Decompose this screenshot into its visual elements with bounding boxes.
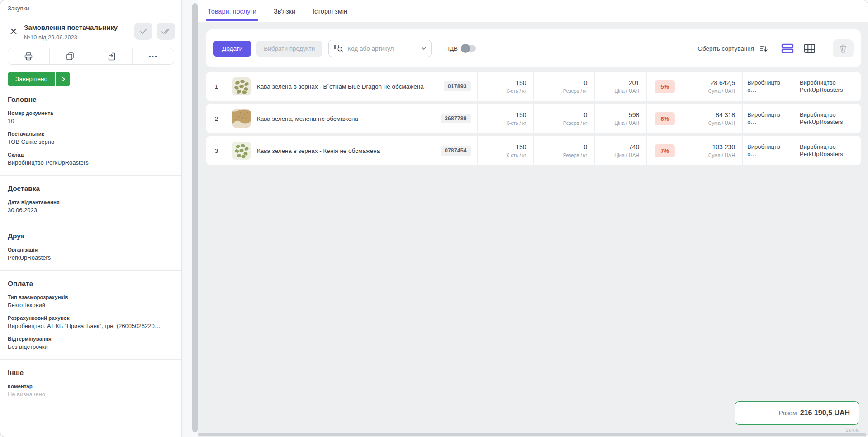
- product-code-badge: 017893: [444, 81, 471, 91]
- vertical-scrollbar[interactable]: [192, 3, 198, 432]
- close-icon: [9, 27, 18, 36]
- total-box: Разом 216 190,5 UAH: [735, 401, 859, 425]
- product-image: [232, 77, 251, 95]
- page-title: Замовлення постачальнику: [24, 24, 130, 31]
- status-badge[interactable]: Завершено: [8, 72, 55, 86]
- section-delivery: Доставка Дата відвантаження 30.06.2023: [0, 175, 181, 214]
- trash-icon: [839, 44, 847, 53]
- table-row[interactable]: 2 Кава зелена, мелена не обсмажена 36877…: [206, 104, 861, 133]
- toggle-knob: [461, 44, 470, 53]
- approve-button[interactable]: [134, 23, 152, 40]
- document-number: №10 від 29.06.2023: [24, 34, 130, 41]
- product-image: [232, 109, 251, 128]
- field: Організація PerkUpRoasters: [8, 247, 174, 261]
- view-switcher: [781, 43, 816, 54]
- row-number: 2: [206, 104, 227, 133]
- export-button[interactable]: [91, 48, 133, 64]
- rows-view-icon[interactable]: [781, 43, 794, 54]
- sum-cell: 28 642,5 Сума / UAH: [683, 72, 742, 101]
- vat-percent-cell: 5%: [646, 72, 683, 101]
- reserve-cell: 0 Резерв / кг: [533, 104, 594, 133]
- select-products-button[interactable]: Вибрати продукти: [256, 41, 322, 57]
- products-table: 1 Кава зелена в зернах - В`єтнам Blue Dr…: [206, 72, 861, 168]
- percent-badge: 5%: [655, 80, 675, 93]
- grid-view-icon[interactable]: [804, 43, 816, 54]
- reserve-cell: 0 Резерв / кг: [533, 72, 594, 101]
- total-label: Разом: [779, 409, 797, 417]
- add-button[interactable]: Додати: [213, 41, 251, 57]
- section-other: Інше Коментар Не визначено: [0, 359, 181, 398]
- tab-relations[interactable]: Зв'язки: [274, 0, 295, 22]
- printer-icon: [24, 52, 33, 62]
- price-cell: 201 Ціна / UAH: [594, 72, 646, 101]
- section-title: Інше: [8, 360, 174, 377]
- copy-icon: [65, 52, 75, 62]
- tabs-bar: Товари, послуги Зв'язки Історія змін: [198, 0, 868, 22]
- close-button[interactable]: [8, 25, 19, 37]
- producer-cell: Виробництв о…: [742, 104, 794, 133]
- document-header: Замовлення постачальнику №10 від 29.06.2…: [0, 16, 181, 45]
- reserve-cell: 0 Резерв / кг: [533, 136, 594, 165]
- comment-placeholder[interactable]: Не визначено: [8, 391, 174, 398]
- qty-cell: 150 К-сть / кг: [477, 72, 534, 101]
- table-row[interactable]: 3 Кава зелена в зернах - Кенія не обсмаж…: [206, 136, 861, 165]
- vat-percent-cell: 6%: [646, 104, 683, 133]
- vat-toggle[interactable]: [462, 45, 476, 52]
- product-code-badge: 0787454: [441, 146, 471, 156]
- product-code-badge: 3687789: [441, 114, 471, 124]
- approve-all-button[interactable]: [157, 23, 175, 40]
- horizontal-scrollbar[interactable]: [198, 433, 866, 436]
- table-row[interactable]: 1 Кава зелена в зернах - В`єтнам Blue Dr…: [206, 72, 861, 101]
- section-print: Друк Організація PerkUpRoasters: [0, 223, 181, 261]
- vat-label: ПДВ: [445, 45, 458, 52]
- price-cell: 598 Ціна / UAH: [594, 104, 646, 133]
- app-version: 1.84.40: [846, 428, 859, 432]
- copy-button[interactable]: [49, 48, 91, 64]
- product-name: Кава зелена в зернах - В`єтнам Blue Drag…: [257, 83, 437, 90]
- producer-cell: Виробництв о…: [742, 72, 794, 101]
- table-toolbar: Додати Вибрати продукти Код або артикул …: [206, 29, 861, 67]
- document-titles: Замовлення постачальнику №10 від 29.06.2…: [24, 23, 130, 41]
- section-title: Доставка: [8, 176, 174, 193]
- tab-history[interactable]: Історія змін: [313, 0, 347, 22]
- code-search-input[interactable]: Код або артикул: [328, 40, 432, 57]
- product-image: [232, 142, 251, 160]
- vat-percent-cell: 7%: [646, 136, 683, 165]
- percent-badge: 6%: [655, 112, 675, 125]
- sort-icon: [759, 44, 768, 53]
- sort-select[interactable]: Оберіть сортування: [697, 44, 768, 53]
- status-row: Завершено: [8, 72, 174, 86]
- product-name: Кава зелена, мелена не обсмажена: [257, 115, 434, 122]
- product-cell: Кава зелена в зернах - Кенія не обсмажен…: [227, 136, 477, 165]
- field: Склад Виробництво PerkUpRoasters: [8, 152, 174, 166]
- sum-cell: 103 230 Сума / UAH: [683, 136, 742, 165]
- divider: [0, 408, 181, 408]
- section-payment: Оплата Тип взаєморозрахунків Безготівков…: [0, 270, 181, 350]
- section-title: Друк: [8, 223, 174, 240]
- product-cell: Кава зелена, мелена не обсмажена 3687789: [227, 104, 477, 133]
- vat-toggle-group: ПДВ: [445, 45, 476, 52]
- section-main: Головне Номер документа 10 Постачальник …: [0, 86, 181, 166]
- total-value: 216 190,5 UAH: [800, 409, 850, 417]
- section-title: Оплата: [8, 271, 174, 288]
- main-panel: Товари, послуги Зв'язки Історія змін Дод…: [198, 0, 868, 437]
- chevron-down-icon[interactable]: [421, 47, 427, 50]
- sidebar: Закупки Замовлення постачальнику №10 від…: [0, 0, 182, 437]
- app-window: Закупки Замовлення постачальнику №10 від…: [0, 0, 868, 437]
- field: Номер документа 10: [8, 110, 174, 124]
- field: Відтермінування Без відстрочки: [8, 336, 174, 350]
- print-button[interactable]: [8, 48, 49, 64]
- more-button[interactable]: •••: [132, 48, 174, 64]
- delete-button[interactable]: [833, 39, 854, 57]
- qty-cell: 150 К-сть / кг: [477, 136, 534, 165]
- warehouse-cell: Виробництво PerkUpRoasters: [794, 104, 861, 133]
- product-cell: Кава зелена в зернах - В`єтнам Blue Drag…: [227, 72, 477, 101]
- document-actions: •••: [8, 48, 174, 65]
- row-number: 1: [206, 72, 227, 101]
- field: Коментар Не визначено: [8, 384, 174, 398]
- field: Постачальник ТОВ Свіже зерно: [8, 131, 174, 145]
- tab-products[interactable]: Товари, послуги: [208, 0, 256, 22]
- field: Тип взаєморозрахунків Безготівковий: [8, 294, 174, 309]
- status-next-button[interactable]: [56, 72, 70, 86]
- field: Дата відвантаження 30.06.2023: [8, 200, 174, 214]
